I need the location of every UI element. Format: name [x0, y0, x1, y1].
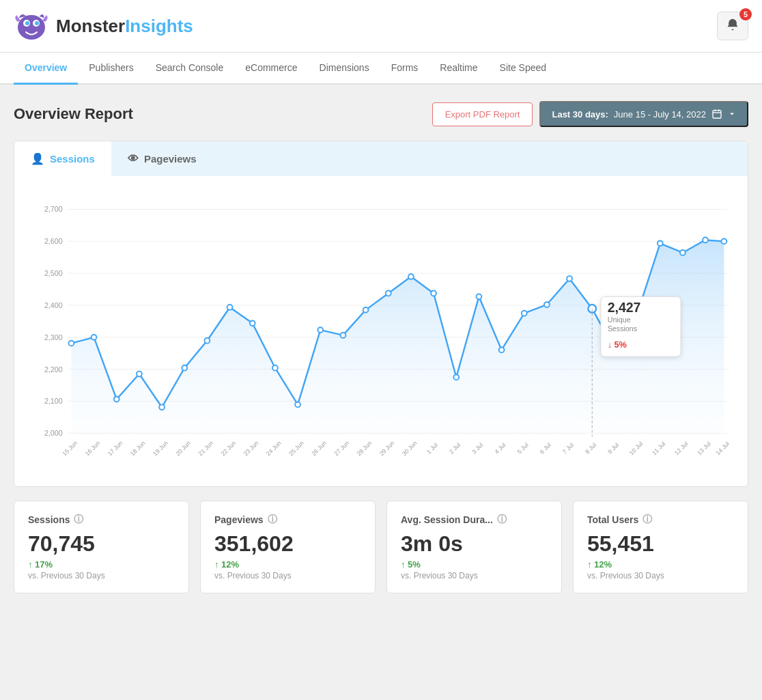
- stat-total-users-change: ↑ 12%: [587, 559, 734, 570]
- stat-card-total-users: Total Users ⓘ 55,451 ↑ 12% vs. Previous …: [573, 501, 748, 593]
- svg-point-45: [522, 311, 527, 316]
- svg-point-32: [227, 305, 233, 310]
- stat-pageviews-label: Pageviews: [214, 514, 264, 525]
- svg-text:5 Jul: 5 Jul: [516, 441, 530, 455]
- nav-item-publishers[interactable]: Publishers: [78, 53, 144, 85]
- date-range-bold: Last 30 days:: [552, 109, 608, 120]
- calendar-icon: [711, 109, 722, 120]
- svg-text:19 Jun: 19 Jun: [152, 440, 169, 458]
- pageviews-icon: 👁: [128, 153, 139, 165]
- stat-avg-session-info-icon[interactable]: ⓘ: [497, 514, 507, 526]
- svg-point-38: [363, 307, 369, 313]
- svg-point-4: [35, 21, 39, 25]
- sessions-icon: 👤: [31, 152, 44, 165]
- svg-text:18 Jun: 18 Jun: [129, 440, 147, 458]
- stat-total-users-vs: vs. Previous 30 Days: [587, 571, 734, 580]
- nav-item-dimensions[interactable]: Dimensions: [309, 53, 380, 85]
- date-range-value: June 15 - July 14, 2022: [614, 109, 706, 120]
- stat-sessions-info-icon[interactable]: ⓘ: [74, 514, 83, 526]
- svg-text:2,600: 2,600: [44, 237, 63, 245]
- svg-text:Unique: Unique: [608, 316, 631, 324]
- nav-item-overview[interactable]: Overview: [14, 53, 78, 85]
- svg-text:20 Jun: 20 Jun: [174, 440, 192, 458]
- stat-pageviews-info-icon[interactable]: ⓘ: [268, 514, 277, 526]
- date-range-button[interactable]: Last 30 days: June 15 - July 14, 2022: [539, 101, 748, 127]
- stat-card-total-users-header: Total Users ⓘ: [587, 514, 734, 526]
- stat-pageviews-vs: vs. Previous 30 Days: [214, 571, 361, 580]
- stat-total-users-info-icon[interactable]: ⓘ: [643, 514, 652, 526]
- svg-point-53: [703, 238, 708, 243]
- stat-card-avg-session-header: Avg. Session Dura... ⓘ: [401, 514, 548, 526]
- navigation: Overview Publishers Search Console eComm…: [0, 53, 762, 85]
- header: MonsterInsights 5: [0, 0, 762, 53]
- nav-item-search-console[interactable]: Search Console: [145, 53, 235, 85]
- stat-avg-session-vs: vs. Previous 30 Days: [401, 571, 548, 580]
- sessions-chart: 2,700 2,600 2,500 2,400 2,300 2,200 2,10…: [28, 190, 734, 477]
- svg-point-52: [680, 250, 686, 255]
- svg-point-48: [588, 305, 596, 313]
- svg-point-26: [91, 335, 97, 340]
- stat-card-sessions: Sessions ⓘ 70,745 ↑ 17% vs. Previous 30 …: [14, 501, 189, 593]
- svg-text:29 Jun: 29 Jun: [378, 440, 396, 458]
- report-title: Overview Report: [14, 105, 133, 123]
- tab-pageviews[interactable]: 👁 Pageviews: [111, 141, 213, 176]
- main-content: Overview Report Export PDF Report Last 3…: [0, 85, 762, 610]
- stat-card-pageviews: Pageviews ⓘ 351,602 ↑ 12% vs. Previous 3…: [200, 501, 376, 593]
- svg-text:3 Jul: 3 Jul: [470, 441, 484, 455]
- svg-text:14 Jul: 14 Jul: [714, 440, 731, 457]
- svg-text:26 Jun: 26 Jun: [310, 440, 328, 458]
- svg-point-41: [431, 291, 436, 296]
- svg-point-34: [272, 365, 278, 371]
- svg-text:1 Jul: 1 Jul: [425, 441, 439, 455]
- tab-pageviews-label: Pageviews: [144, 153, 197, 165]
- svg-text:2,200: 2,200: [44, 365, 63, 374]
- svg-text:8 Jul: 8 Jul: [584, 441, 597, 455]
- nav-item-forms[interactable]: Forms: [380, 53, 429, 85]
- svg-text:23 Jun: 23 Jun: [242, 440, 260, 458]
- svg-point-35: [295, 402, 300, 407]
- svg-text:28 Jun: 28 Jun: [356, 440, 373, 458]
- nav-item-site-speed[interactable]: Site Speed: [489, 53, 558, 85]
- svg-text:7 Jul: 7 Jul: [561, 441, 575, 455]
- svg-point-51: [658, 240, 663, 246]
- svg-rect-5: [713, 111, 721, 118]
- svg-text:25 Jun: 25 Jun: [287, 440, 305, 458]
- svg-point-3: [25, 21, 29, 25]
- chart-container: 👤 Sessions 👁 Pageviews 2,700 2,600 2,500…: [14, 141, 748, 487]
- svg-text:10 Jul: 10 Jul: [628, 440, 645, 457]
- svg-point-44: [499, 347, 505, 352]
- chart-tabs: 👤 Sessions 👁 Pageviews: [14, 141, 748, 176]
- stat-sessions-change: ↑ 17%: [28, 559, 175, 570]
- svg-text:2,100: 2,100: [44, 397, 63, 405]
- svg-text:11 Jul: 11 Jul: [651, 440, 667, 457]
- svg-point-30: [182, 365, 187, 371]
- svg-text:Sessions: Sessions: [608, 324, 638, 333]
- chart-inner: 2,700 2,600 2,500 2,400 2,300 2,200 2,10…: [14, 176, 748, 486]
- svg-text:2,400: 2,400: [44, 301, 63, 309]
- stat-avg-session-label: Avg. Session Dura...: [401, 514, 493, 525]
- svg-text:4 Jul: 4 Jul: [493, 441, 507, 455]
- stat-sessions-value: 70,745: [28, 531, 175, 557]
- svg-point-40: [408, 274, 414, 279]
- stat-total-users-value: 55,451: [587, 531, 734, 557]
- stat-pageviews-change: ↑ 12%: [214, 559, 361, 570]
- chevron-down-icon: [728, 110, 736, 118]
- svg-text:16 Jun: 16 Jun: [84, 440, 102, 458]
- svg-point-43: [476, 294, 481, 299]
- svg-point-25: [69, 341, 74, 346]
- nav-item-realtime[interactable]: Realtime: [429, 53, 488, 85]
- svg-text:6 Jul: 6 Jul: [539, 441, 552, 455]
- svg-point-39: [386, 291, 391, 296]
- tab-sessions[interactable]: 👤 Sessions: [14, 141, 111, 176]
- nav-item-ecommerce[interactable]: eCommerce: [234, 53, 308, 85]
- svg-text:2,500: 2,500: [44, 269, 63, 277]
- export-pdf-button[interactable]: Export PDF Report: [432, 102, 533, 126]
- stat-avg-session-value: 3m 0s: [401, 531, 548, 557]
- svg-text:24 Jun: 24 Jun: [265, 440, 283, 458]
- stat-sessions-label: Sessions: [28, 514, 70, 525]
- svg-point-37: [340, 333, 345, 338]
- stat-sessions-vs: vs. Previous 30 Days: [28, 571, 175, 580]
- notification-button[interactable]: 5: [717, 12, 748, 40]
- svg-text:2,700: 2,700: [44, 205, 63, 213]
- notification-badge: 5: [739, 8, 752, 20]
